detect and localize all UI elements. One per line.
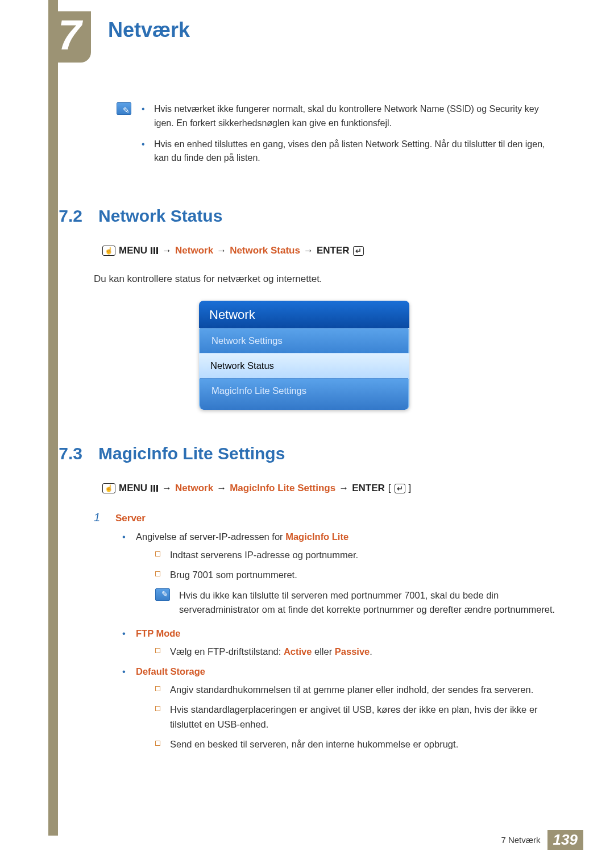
note-text: Hvis du ikke kan tilslutte til serveren … (179, 588, 560, 617)
section-title: Network Status (98, 206, 222, 226)
bracket-close: ] (409, 483, 412, 494)
sub-list-item: Hvis standardlagerplaceringen er angivet… (155, 703, 560, 732)
section-number: 7.3 (48, 444, 82, 463)
arrow-icon: → (304, 245, 313, 256)
ftp-mode-label: FTP Mode (136, 628, 181, 638)
text: Angivelse af server-IP-adressen for (136, 531, 285, 542)
nav-magicinfo: MagicInfo Lite Settings (230, 483, 335, 494)
osd-menu-item-network-settings[interactable]: Network Settings (199, 328, 409, 353)
menu-bars-icon (151, 247, 159, 254)
osd-menu-item-magicinfo[interactable]: MagicInfo Lite Settings (199, 378, 409, 410)
default-storage-label: Default Storage (136, 666, 205, 676)
sub-list-item: Angiv standardhukommelsen til at gemme p… (155, 683, 560, 697)
text: eller (312, 646, 334, 657)
list-item-default-storage: Default Storage Angiv standardhukommelse… (122, 665, 560, 752)
enter-icon: ↵ (353, 246, 364, 256)
menu-bars-icon (151, 485, 159, 492)
nav-path-7-2: ☝ MENU → Network → Network Status → ENTE… (48, 245, 560, 256)
arrow-icon: → (162, 483, 172, 494)
page-number: 139 (547, 830, 583, 850)
nav-enter-label: ENTER (317, 245, 350, 256)
sub-list-item: Indtast serverens IP-adresse og portnumm… (155, 548, 560, 563)
osd-menu-item-network-status[interactable]: Network Status (199, 353, 409, 378)
remote-hand-icon: ☝ (102, 483, 115, 493)
inline-note: Hvis du ikke kan tilslutte til serveren … (136, 588, 560, 617)
list-item-ftp-mode: FTP Mode Vælg en FTP-driftstilstand: Act… (122, 626, 560, 659)
arrow-icon: → (217, 483, 226, 494)
list-item: Angivelse af server-IP-adressen for Magi… (122, 530, 560, 617)
nav-network: Network (175, 245, 213, 256)
nav-menu-label: MENU (119, 245, 147, 256)
section-number: 7.2 (48, 206, 82, 226)
section-body-text: Du kan kontrollere status for netværket … (48, 273, 560, 285)
nav-network: Network (175, 483, 213, 494)
note-item: Hvis en enhed tilsluttes en gang, vises … (142, 138, 560, 166)
remote-hand-icon: ☝ (102, 246, 115, 256)
sub-list-item: Vælg en FTP-driftstilstand: Active eller… (155, 645, 560, 659)
footer-text: 7 Netværk (501, 835, 540, 845)
step-number: 1 (94, 511, 105, 524)
nav-menu-label: MENU (119, 483, 147, 494)
section-7-3-heading: 7.3 MagicInfo Lite Settings (48, 444, 560, 463)
section-title: MagicInfo Lite Settings (98, 444, 285, 463)
step-1-server: 1 Server (48, 511, 560, 524)
arrow-icon: → (162, 245, 172, 256)
info-note-top: Hvis netværket ikke fungerer normalt, sk… (48, 102, 560, 172)
active-label: Active (284, 646, 312, 657)
note-item: Hvis netværket ikke fungerer normalt, sk… (142, 102, 560, 131)
enter-icon: ↵ (395, 484, 405, 493)
note-icon (155, 588, 170, 601)
magicinfo-lite-label: MagicInfo Lite (285, 531, 349, 542)
arrow-icon: → (339, 483, 349, 494)
chapter-number-badge: 7 (48, 11, 91, 63)
text: Vælg en FTP-driftstilstand: (170, 646, 284, 657)
osd-menu-panel: Network Network Settings Network Status … (199, 301, 409, 410)
bracket-open: [ (388, 483, 391, 494)
text: . (370, 646, 372, 657)
page-footer: 7 Netværk 139 (501, 830, 583, 850)
section-7-2-heading: 7.2 Network Status (48, 206, 560, 226)
sub-list-item: Brug 7001 som portnummeret. (155, 568, 560, 583)
osd-menu-header: Network (199, 301, 409, 328)
nav-enter-label: ENTER (352, 483, 385, 494)
note-icon (117, 102, 131, 115)
chapter-title: Netværk (108, 18, 190, 42)
passive-label: Passive (335, 646, 370, 657)
sub-list-item: Send en besked til serveren, når den int… (155, 737, 560, 752)
nav-path-7-3: ☝ MENU → Network → MagicInfo Lite Settin… (48, 483, 560, 494)
arrow-icon: → (217, 245, 226, 256)
step-label: Server (115, 511, 146, 524)
nav-network-status: Network Status (230, 245, 300, 256)
